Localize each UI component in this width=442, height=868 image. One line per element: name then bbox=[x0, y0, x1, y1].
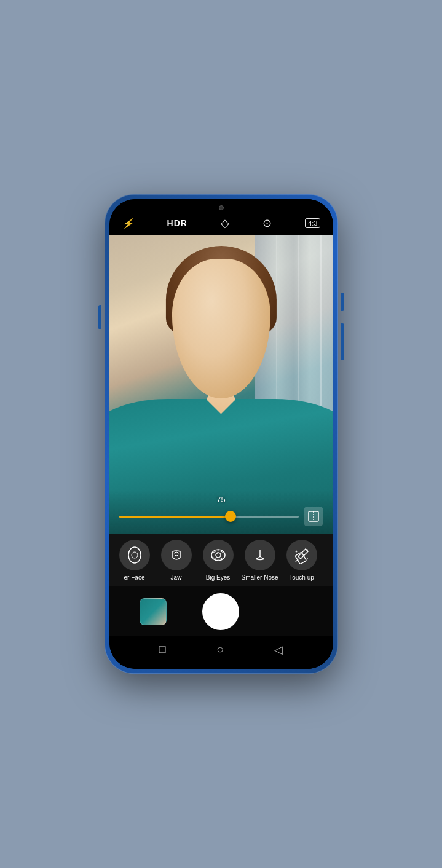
notch bbox=[184, 199, 258, 216]
smaller-nose-label: Smaller Nose bbox=[241, 574, 278, 581]
flash-icon[interactable]: ⚡ bbox=[122, 218, 134, 229]
camera-controls bbox=[109, 586, 333, 636]
filter-bar: er Face Jaw bbox=[109, 534, 333, 586]
power-button[interactable] bbox=[341, 293, 344, 311]
slider-track[interactable] bbox=[119, 516, 299, 518]
screen-content: ⚡ HDR ◇ ⊙ 4:3 bbox=[109, 199, 333, 669]
front-camera bbox=[219, 205, 224, 210]
gallery-thumbnail[interactable] bbox=[140, 598, 167, 625]
slider-fill bbox=[119, 516, 231, 518]
flip-camera-button[interactable] bbox=[275, 598, 302, 625]
big-eyes-label: Big Eyes bbox=[206, 574, 230, 581]
svg-point-10 bbox=[295, 551, 297, 553]
filter-item-smaller-nose[interactable]: Smaller Nose bbox=[241, 540, 279, 581]
timer-icon[interactable]: ⊙ bbox=[262, 216, 272, 230]
volume-button[interactable] bbox=[98, 305, 101, 329]
beauty-slider-area: 75 bbox=[109, 490, 333, 534]
recent-apps-icon[interactable]: □ bbox=[159, 643, 166, 656]
filter-item-jaw[interactable]: Jaw bbox=[157, 540, 195, 581]
shutter-button[interactable] bbox=[202, 593, 239, 630]
filter-item-big-eyes[interactable]: Big Eyes bbox=[199, 540, 237, 581]
svg-point-3 bbox=[132, 552, 138, 558]
person-preview bbox=[109, 235, 333, 534]
home-icon[interactable]: ○ bbox=[216, 642, 224, 657]
smaller-nose-icon bbox=[245, 540, 275, 570]
jaw-icon bbox=[161, 540, 192, 570]
svg-point-6 bbox=[216, 553, 221, 558]
filter-scroll-list: er Face Jaw bbox=[109, 540, 333, 581]
jaw-label: Jaw bbox=[171, 574, 182, 581]
svg-point-7 bbox=[216, 553, 218, 554]
ratio-icon[interactable]: 4:3 bbox=[305, 218, 320, 228]
svg-point-11 bbox=[307, 558, 308, 559]
thinner-face-icon bbox=[119, 540, 150, 570]
svg-point-5 bbox=[211, 550, 225, 561]
slider-thumb[interactable] bbox=[225, 511, 236, 522]
phone-frame: ⚡ HDR ◇ ⊙ 4:3 bbox=[105, 194, 338, 674]
face bbox=[165, 259, 288, 423]
volume-down-button[interactable] bbox=[341, 323, 344, 360]
back-icon[interactable]: ◁ bbox=[274, 643, 283, 657]
filter-item-touch-up[interactable]: Touch up bbox=[283, 540, 321, 581]
water-icon[interactable]: ◇ bbox=[221, 216, 229, 230]
svg-point-2 bbox=[128, 547, 141, 563]
svg-point-4 bbox=[175, 552, 178, 556]
slider-value: 75 bbox=[119, 495, 323, 504]
big-eyes-icon bbox=[203, 540, 234, 570]
svg-point-9 bbox=[306, 549, 308, 551]
viewfinder[interactable]: 75 bbox=[109, 235, 333, 534]
nav-bar: □ ○ ◁ bbox=[109, 636, 333, 669]
phone-screen: ⚡ HDR ◇ ⊙ 4:3 bbox=[109, 199, 333, 669]
touch-up-label: Touch up bbox=[289, 574, 314, 581]
face-skin bbox=[172, 259, 270, 398]
filter-item-thinner-face[interactable]: er Face bbox=[116, 540, 154, 581]
touch-up-icon bbox=[286, 540, 317, 570]
compare-button[interactable] bbox=[304, 507, 323, 526]
slider-row bbox=[119, 507, 323, 526]
thinner-face-label: er Face bbox=[124, 574, 145, 581]
hdr-label[interactable]: HDR bbox=[167, 218, 187, 228]
